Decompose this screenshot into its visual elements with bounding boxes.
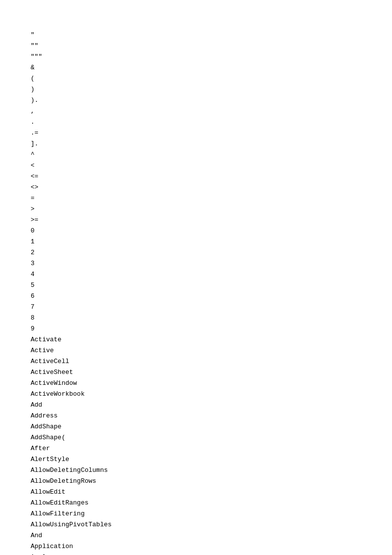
list-item[interactable]: And: [31, 530, 392, 541]
list-item[interactable]: ActiveWorkbook: [31, 389, 392, 400]
list-item[interactable]: 0: [31, 226, 392, 236]
list-item[interactable]: ^: [31, 149, 392, 160]
list-item[interactable]: >=: [31, 215, 392, 226]
list-item[interactable]: AllowDeletingColumns: [31, 465, 392, 476]
list-item[interactable]: 3: [31, 258, 392, 269]
list-item[interactable]: 9: [31, 324, 392, 334]
list-item[interactable]: ActiveWindow: [31, 378, 392, 389]
list-item[interactable]: After: [31, 443, 392, 454]
list-item[interactable]: ).: [31, 95, 392, 106]
list-item[interactable]: AllowDeletingRows: [31, 476, 392, 487]
list-item[interactable]: ": [31, 30, 392, 41]
list-item[interactable]: AllowFiltering: [31, 509, 392, 519]
list-item[interactable]: 7: [31, 302, 392, 313]
list-item[interactable]: Address: [31, 411, 392, 421]
list-item[interactable]: AddShape(: [31, 432, 392, 443]
list-item[interactable]: =: [31, 193, 392, 204]
list-item[interactable]: 4: [31, 269, 392, 280]
list-item[interactable]: ActiveSheet: [31, 367, 392, 378]
list-item[interactable]: .=: [31, 128, 392, 139]
list-item[interactable]: <: [31, 160, 392, 171]
list-item[interactable]: <>: [31, 182, 392, 193]
list-item[interactable]: Active: [31, 345, 392, 356]
list-item[interactable]: 5: [31, 280, 392, 291]
list-item[interactable]: .: [31, 117, 392, 128]
list-item[interactable]: ,: [31, 106, 392, 117]
list-item[interactable]: ): [31, 84, 392, 95]
list-item[interactable]: """: [31, 51, 392, 62]
list-item[interactable]: AllowUsingPivotTables: [31, 519, 392, 530]
autocomplete-list: """"""&()).,..=].^<<=<>=>>=0123456789Act…: [31, 30, 392, 555]
list-item[interactable]: 8: [31, 313, 392, 324]
list-item[interactable]: Application: [31, 541, 392, 552]
list-item[interactable]: Apply: [31, 552, 392, 555]
list-item[interactable]: 2: [31, 247, 392, 258]
list-item[interactable]: 6: [31, 291, 392, 302]
list-item[interactable]: AllowEdit: [31, 487, 392, 498]
list-item[interactable]: "": [31, 41, 392, 51]
list-item[interactable]: Activate: [31, 334, 392, 345]
list-item[interactable]: >: [31, 204, 392, 215]
list-item[interactable]: <=: [31, 171, 392, 182]
list-item[interactable]: 1: [31, 236, 392, 247]
list-item[interactable]: AlertStyle: [31, 454, 392, 465]
list-item[interactable]: Add: [31, 400, 392, 411]
list-item[interactable]: ].: [31, 139, 392, 149]
list-item[interactable]: AllowEditRanges: [31, 498, 392, 509]
list-item[interactable]: ActiveCell: [31, 356, 392, 367]
list-item[interactable]: (: [31, 73, 392, 84]
list-item[interactable]: &: [31, 62, 392, 73]
list-item[interactable]: AddShape: [31, 421, 392, 432]
